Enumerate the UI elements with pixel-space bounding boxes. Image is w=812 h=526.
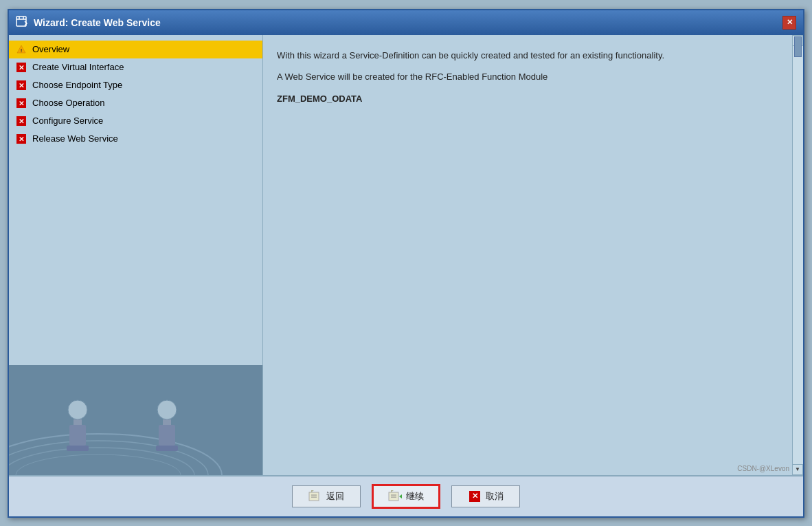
nav-item-overview[interactable]: ! Overview — [9, 41, 262, 58]
error-icon-3: ✕ — [16, 98, 27, 109]
error-icon-4: ✕ — [16, 116, 27, 127]
nav-label-configure-service: Configure Service — [32, 116, 103, 126]
svg-rect-0 — [16, 17, 26, 26]
scrollbar-down[interactable]: ▼ — [792, 464, 803, 475]
red-x: ✕ — [469, 491, 480, 502]
wizard-icon — [16, 15, 28, 30]
dialog: Wizard: Create Web Service ✕ ! Overview — [8, 9, 804, 518]
continue-label: 继续 — [406, 490, 424, 503]
footer: 返回 继续 ✕ 取消 — [9, 475, 803, 516]
svg-rect-26 — [163, 419, 171, 425]
nav-label-choose-operation: Choose Operation — [32, 98, 105, 108]
nav-item-release-web-service[interactable]: ✕ Release Web Service — [9, 130, 262, 148]
continue-button[interactable]: 继续 — [372, 484, 440, 509]
back-label: 返回 — [326, 490, 344, 503]
close-button[interactable]: ✕ — [782, 16, 796, 30]
continue-icon — [388, 490, 402, 503]
title-bar-left: Wizard: Create Web Service — [16, 15, 161, 30]
error-icon-5: ✕ — [16, 133, 27, 144]
svg-text:✕: ✕ — [19, 135, 24, 143]
content-area: ! Overview ✕ Create Virtual Interface — [9, 35, 803, 475]
svg-text:✕: ✕ — [19, 118, 24, 125]
svg-rect-27 — [159, 425, 175, 446]
nav-item-create-virtual-interface[interactable]: ✕ Create Virtual Interface — [9, 58, 262, 76]
left-panel: ! Overview ✕ Create Virtual Interface — [9, 35, 263, 475]
title-bar: Wizard: Create Web Service ✕ — [9, 10, 803, 35]
error-icon-1: ✕ — [16, 62, 27, 73]
svg-marker-37 — [399, 494, 402, 498]
nav-list: ! Overview ✕ Create Virtual Interface — [9, 35, 262, 365]
error-icon-2: ✕ — [16, 80, 27, 91]
nav-item-choose-endpoint-type[interactable]: ✕ Choose Endpoint Type — [9, 76, 262, 94]
scrollbar-track: ▲ ▼ — [792, 35, 803, 475]
svg-rect-24 — [67, 446, 89, 451]
svg-rect-28 — [156, 446, 178, 451]
back-button[interactable]: 返回 — [292, 485, 361, 507]
nav-label-create-virtual-interface: Create Virtual Interface — [32, 62, 124, 72]
nav-item-choose-operation[interactable]: ✕ Choose Operation — [9, 94, 262, 112]
svg-text:!: ! — [21, 47, 23, 54]
nav-item-configure-service[interactable]: ✕ Configure Service — [9, 112, 262, 130]
decorative-area — [9, 365, 262, 475]
description-2: A Web Service will be created for the RF… — [277, 70, 776, 84]
svg-rect-22 — [74, 419, 82, 425]
right-content: With this wizard a Service-Definition ca… — [277, 49, 776, 106]
svg-rect-23 — [69, 425, 86, 446]
svg-text:✕: ✕ — [19, 82, 24, 89]
scrollbar-thumb[interactable] — [794, 36, 802, 57]
nav-label-overview: Overview — [32, 44, 69, 54]
svg-point-25 — [157, 400, 177, 419]
cancel-button[interactable]: ✕ 取消 — [451, 485, 520, 507]
function-name: ZFM_DEMO_ODATA — [277, 92, 776, 106]
svg-point-21 — [68, 400, 87, 419]
watermark: CSDN-@XLevon — [737, 465, 789, 472]
svg-text:✕: ✕ — [19, 100, 24, 107]
cancel-icon: ✕ — [468, 490, 482, 503]
back-icon — [308, 490, 322, 503]
cancel-label: 取消 — [486, 490, 504, 503]
svg-rect-29 — [309, 492, 319, 501]
warning-icon: ! — [16, 44, 27, 55]
svg-rect-33 — [389, 492, 398, 501]
description-1: With this wizard a Service-Definition ca… — [277, 49, 776, 63]
svg-text:✕: ✕ — [19, 64, 24, 72]
dialog-title: Wizard: Create Web Service — [34, 17, 161, 28]
nav-label-choose-endpoint-type: Choose Endpoint Type — [32, 80, 122, 90]
nav-label-release-web-service: Release Web Service — [32, 133, 118, 144]
right-panel: With this wizard a Service-Definition ca… — [263, 35, 803, 475]
